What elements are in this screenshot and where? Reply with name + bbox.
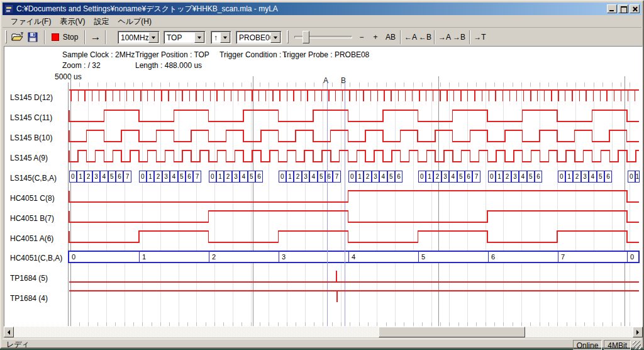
- svg-text:1: 1: [635, 173, 639, 180]
- svg-text:1: 1: [358, 173, 362, 180]
- svg-text:3: 3: [164, 173, 168, 180]
- status-ready-text: レディ: [3, 339, 573, 350]
- scroll-left-button[interactable]: [4, 327, 14, 337]
- stop-label: Stop: [63, 33, 79, 42]
- length-text: Length : 488.000 us: [135, 61, 202, 70]
- svg-text:4: 4: [352, 253, 355, 261]
- svg-text:5: 5: [250, 173, 253, 180]
- channel-label-0: LS145 D(12): [10, 93, 53, 102]
- channel-label-10: TP1684 (4): [10, 294, 48, 303]
- svg-text:7: 7: [475, 173, 479, 180]
- svg-text:2: 2: [296, 173, 300, 180]
- zoom-text: Zoom : / 32: [62, 61, 101, 70]
- scroll-right-button[interactable]: [633, 327, 643, 337]
- zoom-out-button[interactable]: −: [356, 30, 367, 44]
- svg-text:3: 3: [304, 173, 308, 180]
- scrollbar-thumb[interactable]: [379, 327, 525, 337]
- toolbar-grip-0[interactable]: [5, 30, 7, 43]
- minimize-icon[interactable]: [607, 4, 617, 13]
- status-online-badge: Online: [573, 340, 602, 350]
- toolbar-grip-1[interactable]: [287, 30, 289, 43]
- chevron-down-icon[interactable]: [194, 32, 204, 43]
- svg-text:7: 7: [126, 173, 130, 180]
- channel-label-3: LS145 A(9): [10, 154, 48, 162]
- svg-text:6: 6: [118, 173, 121, 180]
- svg-text:2: 2: [226, 173, 230, 180]
- toolbar-separator-3: [400, 30, 401, 44]
- svg-text:1: 1: [218, 173, 222, 180]
- toolbar-separator-5: [469, 30, 470, 44]
- svg-text:1: 1: [142, 253, 146, 261]
- svg-text:4: 4: [103, 173, 106, 180]
- svg-text:7: 7: [561, 253, 565, 261]
- close-icon[interactable]: [630, 4, 640, 13]
- open-folder-icon: [11, 32, 24, 42]
- svg-text:0: 0: [350, 173, 354, 180]
- chevron-down-icon[interactable]: [148, 32, 158, 43]
- zoom-slider-thumb[interactable]: [303, 31, 309, 43]
- app-icon: [4, 4, 14, 14]
- chevron-down-icon[interactable]: [220, 32, 230, 43]
- probe-select[interactable]: PROBE00: [236, 31, 282, 44]
- goto-a-left-button[interactable]: ←A: [404, 30, 418, 44]
- svg-text:5: 5: [110, 173, 114, 180]
- svg-text:4: 4: [242, 173, 246, 180]
- goto-trigger-button[interactable]: →T: [473, 30, 487, 44]
- open-file-button[interactable]: [10, 30, 25, 44]
- chevron-down-icon[interactable]: [270, 32, 280, 43]
- zoom-slider[interactable]: [294, 36, 352, 38]
- menu-item-2[interactable]: 設定: [89, 15, 113, 28]
- waveform-plot[interactable]: 0123456701234567012345601234567012345601…: [68, 72, 640, 327]
- svg-text:1: 1: [428, 173, 431, 180]
- zoom-in-button[interactable]: +: [370, 30, 381, 44]
- channel-label-5: HC4051 C(8): [10, 194, 55, 203]
- stop-icon: [52, 33, 59, 41]
- resize-grip[interactable]: [633, 341, 641, 349]
- svg-text:4: 4: [312, 173, 316, 180]
- titlebar[interactable]: C:¥Documents and Settings¥noname¥デスクトップ¥…: [3, 3, 641, 15]
- zoom-ab-button[interactable]: AB: [383, 30, 398, 44]
- svg-text:0: 0: [630, 253, 634, 261]
- menu-item-1[interactable]: 表示(V): [55, 15, 89, 28]
- svg-text:6: 6: [257, 173, 261, 180]
- stop-button[interactable]: Stop: [48, 30, 82, 44]
- trigger-condition-text: Trigger Condition : ↓: [219, 50, 287, 59]
- app-window: C:¥Documents and Settings¥noname¥デスクトップ¥…: [0, 0, 644, 349]
- scroll-left-arrow-icon: [8, 330, 10, 335]
- svg-text:5: 5: [421, 253, 425, 261]
- window-title: C:¥Documents and Settings¥noname¥デスクトップ¥…: [16, 4, 607, 14]
- run-button[interactable]: →: [87, 30, 104, 44]
- trigger-edge-select[interactable]: ↑: [211, 31, 231, 44]
- horizontal-scrollbar[interactable]: [4, 327, 643, 337]
- svg-text:1: 1: [288, 173, 292, 180]
- svg-text:0: 0: [560, 173, 564, 180]
- toolbar-separator-0: [44, 30, 45, 44]
- goto-b-left-button[interactable]: ←B: [418, 30, 432, 44]
- toolbar-separator-2: [105, 30, 106, 44]
- clock-select[interactable]: 100MHz: [118, 31, 160, 44]
- maximize-icon[interactable]: [618, 4, 628, 13]
- svg-text:1: 1: [497, 173, 501, 180]
- svg-text:0: 0: [490, 173, 494, 180]
- svg-text:6: 6: [491, 253, 495, 261]
- svg-text:6: 6: [327, 173, 331, 180]
- svg-text:6: 6: [397, 173, 401, 180]
- svg-text:4: 4: [382, 173, 386, 180]
- goto-b-right-button[interactable]: →B: [452, 30, 466, 44]
- svg-text:3: 3: [443, 173, 447, 180]
- toolbar-separator-1: [84, 30, 86, 44]
- svg-text:0: 0: [72, 253, 75, 261]
- save-file-button[interactable]: [26, 30, 42, 44]
- menu-item-3[interactable]: ヘルプ(H): [113, 15, 156, 28]
- svg-text:1: 1: [148, 173, 152, 180]
- scroll-right-arrow-icon: [636, 330, 639, 335]
- goto-a-right-button[interactable]: →A: [438, 30, 452, 44]
- svg-text:2: 2: [157, 173, 160, 180]
- menu-item-0[interactable]: ファイル(F): [6, 15, 55, 28]
- svg-text:6: 6: [467, 173, 470, 180]
- channel-label-1: LS145 C(11): [10, 113, 52, 122]
- svg-text:3: 3: [282, 253, 286, 261]
- trigger-probe-text: Trigger Probe : PROBE08: [282, 50, 369, 59]
- trigger-position-select[interactable]: TOP: [164, 31, 206, 44]
- toolbar-separator-4: [434, 30, 435, 44]
